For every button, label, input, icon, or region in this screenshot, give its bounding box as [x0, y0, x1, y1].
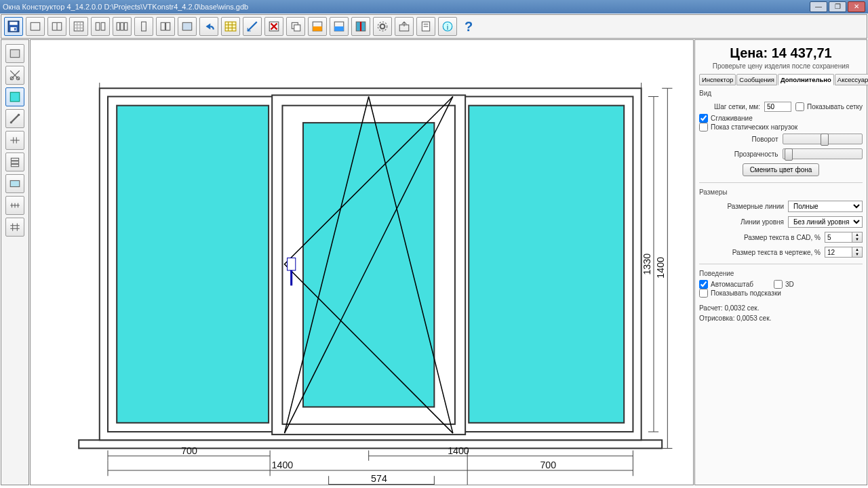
svg-rect-13	[101, 22, 105, 30]
level-lines-select[interactable]: Без линий уровня	[788, 216, 863, 228]
undo-icon[interactable]	[199, 17, 218, 36]
section-view: Вид	[699, 89, 863, 97]
line-tool[interactable]	[5, 109, 24, 128]
svg-rect-32	[313, 26, 322, 31]
svg-rect-74	[288, 258, 296, 270]
dim-right: 700	[540, 460, 556, 470]
tooltips-checkbox[interactable]	[699, 289, 708, 298]
window-vertical-icon[interactable]	[47, 17, 66, 36]
svg-point-38	[378, 22, 387, 31]
right-pane[interactable]	[469, 106, 624, 423]
split-icon[interactable]	[351, 17, 370, 36]
table-icon[interactable]	[221, 17, 240, 36]
section-behavior: Поведение	[699, 270, 863, 277]
hatch2-tool[interactable]	[5, 218, 24, 237]
svg-rect-45	[10, 49, 20, 57]
svg-point-53	[18, 114, 20, 116]
dim-mid2: 1400	[272, 460, 294, 470]
rotation-slider[interactable]	[783, 134, 863, 144]
static-loads-checkbox[interactable]	[699, 123, 708, 131]
opacity-label: Прозрачность	[699, 150, 778, 158]
change-bg-button[interactable]: Сменить цвет фона	[743, 163, 820, 176]
select-tool[interactable]	[5, 44, 24, 63]
section-sizes: Размеры	[699, 188, 863, 196]
fill-orange-icon[interactable]	[308, 17, 327, 36]
dim-lines-select[interactable]: Полные	[788, 201, 863, 212]
glazing-icon[interactable]	[178, 17, 197, 36]
svg-rect-59	[11, 164, 18, 166]
calc-timing: Расчет: 0,0032 сек.	[699, 304, 863, 312]
smoothing-checkbox[interactable]	[699, 114, 708, 123]
rotation-label: Поворот	[699, 136, 778, 143]
svg-point-37	[380, 24, 385, 29]
color-tool[interactable]	[5, 174, 24, 193]
fill-blue-icon[interactable]	[330, 17, 349, 36]
grid-step-label: Шаг сетки, мм:	[699, 103, 760, 110]
svg-rect-4	[31, 22, 40, 30]
stack-tool[interactable]	[5, 152, 24, 171]
tab-extra[interactable]: Дополнительно	[778, 74, 834, 85]
tab-accessories[interactable]: Аксессуары	[835, 74, 868, 85]
maximize-button[interactable]: ❐	[829, 1, 846, 12]
glass-tool[interactable]	[5, 87, 24, 106]
cad-text-input[interactable]	[825, 232, 852, 243]
report-icon[interactable]	[416, 17, 435, 36]
delete-icon[interactable]	[264, 17, 283, 36]
draw-text-spinner[interactable]: ▲▼	[852, 247, 863, 258]
copy-icon[interactable]	[286, 17, 305, 36]
show-grid-checkbox[interactable]	[795, 102, 804, 111]
draw-timing: Отрисовка: 0,0053 сек.	[699, 314, 863, 322]
svg-rect-20	[182, 22, 192, 30]
svg-rect-21	[225, 22, 236, 31]
minimize-button[interactable]: —	[810, 1, 827, 12]
double-panel-icon[interactable]	[91, 17, 110, 36]
svg-rect-16	[124, 22, 127, 30]
column-icon[interactable]	[134, 17, 153, 36]
tab-messages[interactable]: Сообщения	[736, 74, 777, 85]
left-pane[interactable]	[117, 106, 269, 423]
measure-icon[interactable]	[243, 17, 262, 36]
info-icon[interactable]: i	[438, 17, 457, 36]
tab-inspector[interactable]: Инспектор	[699, 74, 736, 85]
titlebar: Окна Конструктор 4_14.2.0.0 D:\Projects\…	[0, 0, 868, 14]
grid-icon[interactable]	[69, 17, 88, 36]
svg-rect-30	[294, 25, 300, 31]
threeD-checkbox[interactable]	[774, 280, 783, 289]
draw-text-label: Размер текста в чертеже, %	[699, 249, 821, 256]
mullion-icon[interactable]	[156, 17, 175, 36]
grid-step-input[interactable]	[764, 102, 791, 112]
svg-rect-12	[96, 22, 100, 30]
window-title: Окна Конструктор 4_14.2.0.0 D:\Projects\…	[3, 3, 810, 11]
triple-panel-icon[interactable]	[113, 17, 132, 36]
close-button[interactable]: ✕	[848, 1, 865, 12]
svg-rect-1	[9, 22, 17, 25]
dim-lines-label: Размерные линии	[699, 203, 784, 210]
save-icon[interactable]	[4, 17, 23, 36]
svg-text:i: i	[447, 23, 449, 31]
autoscale-checkbox[interactable]	[699, 280, 708, 289]
hatch1-tool[interactable]	[5, 196, 24, 215]
svg-rect-7	[74, 22, 83, 31]
main-toolbar: i ?	[1, 14, 867, 39]
scissors-tool[interactable]	[5, 66, 24, 85]
help-icon[interactable]: ?	[460, 18, 477, 35]
draw-text-input[interactable]	[825, 247, 852, 258]
svg-rect-50	[10, 92, 20, 102]
svg-rect-69	[79, 440, 662, 448]
export-icon[interactable]	[395, 17, 414, 36]
gear-icon[interactable]	[373, 17, 392, 36]
window-single-icon[interactable]	[26, 17, 45, 36]
drawing-canvas[interactable]: 1330 1400 700 1400 1400	[30, 39, 694, 485]
svg-rect-17	[142, 22, 146, 31]
level-lines-label: Линии уровня	[699, 218, 784, 226]
side-panel: Цена: 14 437,71 Проверьте цену изделия п…	[694, 39, 867, 485]
cad-text-spinner[interactable]: ▲▼	[852, 232, 863, 243]
svg-rect-14	[117, 22, 120, 30]
svg-rect-3	[14, 28, 16, 30]
tool-palette	[1, 39, 29, 485]
svg-rect-58	[11, 161, 18, 163]
opacity-slider[interactable]	[783, 148, 863, 159]
svg-point-52	[10, 121, 12, 123]
cut-tool[interactable]	[5, 131, 24, 150]
svg-rect-15	[121, 22, 124, 30]
